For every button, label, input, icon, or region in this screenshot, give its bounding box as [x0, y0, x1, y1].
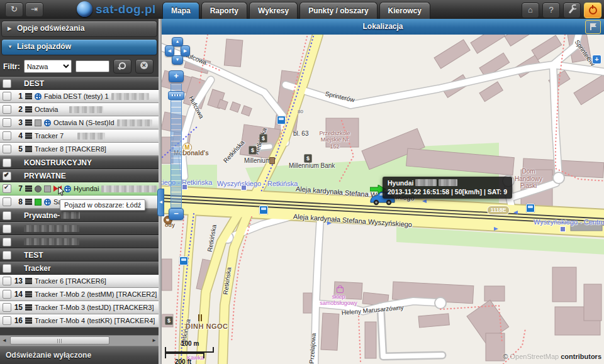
pan-right-icon[interactable]: ▶: [181, 45, 190, 57]
flag-button[interactable]: [585, 20, 601, 34]
scroll-left-icon[interactable]: ◄: [0, 336, 9, 346]
menu-icon[interactable]: [25, 93, 32, 94]
vehicle-row[interactable]: 16 Tracker T-Mob 4 (testKR) [TRACKER4]: [0, 314, 159, 328]
group-checkbox[interactable]: [3, 211, 11, 220]
zoom-slider-track[interactable]: [171, 84, 182, 208]
menu-icon[interactable]: [25, 185, 32, 187]
group-row-prywatne[interactable]: PRYWATNE: [0, 169, 159, 182]
group-row-redacted[interactable]: [0, 235, 159, 248]
pan-down-icon[interactable]: ▼: [172, 55, 183, 65]
menu-icon[interactable]: [25, 133, 32, 134]
vehicle-row[interactable]: 1 Fabia DEST (testy) 1: [0, 90, 159, 103]
refresh-icon[interactable]: ↻: [5, 3, 23, 17]
vehicle-name: Octavia: [35, 106, 58, 113]
bank-icon: $: [304, 154, 312, 163]
vehicle-checkbox[interactable]: [3, 118, 11, 127]
vehicle-checkbox[interactable]: [3, 131, 11, 140]
poi-label-dinh-ngoc: DINH NGOC: [186, 323, 228, 330]
clear-filter-button[interactable]: ✕: [135, 59, 154, 74]
vehicle-checkbox[interactable]: [3, 277, 11, 285]
horizontal-scrollbar[interactable]: ◄ ►: [0, 335, 159, 346]
tab-raporty[interactable]: Raporty: [201, 2, 247, 19]
vehicle-number: 8: [14, 197, 23, 206]
vehicle-number: 15: [14, 303, 23, 312]
menu-icon[interactable]: [25, 119, 32, 121]
group-checkbox[interactable]: [3, 224, 11, 233]
group-label: DEST: [24, 79, 44, 88]
zoom-slider-handle[interactable]: [168, 91, 184, 100]
vehicle-name: Tracker T-Mob 3 (testJD) [TRACKER3]: [35, 304, 154, 311]
collapse-panel-icon[interactable]: ⇥: [25, 3, 43, 17]
vehicle-checkbox[interactable]: [3, 316, 11, 325]
group-checkbox[interactable]: [3, 172, 11, 180]
vehicle-name: Tracker 7: [35, 132, 64, 140]
vehicle-checkbox[interactable]: [3, 92, 11, 101]
vehicle-checkbox[interactable]: [3, 145, 11, 153]
topbar-right-buttons: ⌂ ?: [522, 3, 601, 18]
chevron-down-icon: ▼: [8, 40, 13, 55]
vehicle-row[interactable]: 14 Tracker T-Mob 2 (testMM) [TRACKER2]: [0, 288, 159, 301]
vehicle-row[interactable]: 3 Octavia N (S-test)Id: [0, 116, 159, 130]
search-button[interactable]: [113, 59, 131, 74]
panel-vehicle-list[interactable]: ▼ Lista pojazdów: [1, 39, 157, 55]
group-row-konstrukcyjny[interactable]: KONSTRUKCYJNY: [0, 156, 159, 169]
globe-logo-icon: [77, 1, 92, 17]
poi-label-przedszkole: Przedszkole Miejskie Nr 152: [315, 130, 354, 150]
vehicle-checkbox[interactable]: [3, 197, 11, 206]
sidebar-collapse-handle[interactable]: ◀: [157, 189, 164, 216]
zone-globe-icon[interactable]: [44, 199, 51, 206]
power-button[interactable]: [584, 3, 601, 18]
vehicle-checkbox[interactable]: [3, 290, 11, 299]
map-canvas[interactable]: Hufcowa Hufcowa Retkińska Retkińska Retk…: [162, 35, 604, 364]
tab-punkty-obszary[interactable]: Punkty / obszary: [299, 2, 377, 19]
filter-type-select[interactable]: Nazwa: [24, 60, 72, 73]
vehicle-checkbox[interactable]: [3, 105, 11, 114]
panel-refresh-options[interactable]: ▶ Opcje odświeżania: [1, 21, 157, 37]
vehicle-checkbox[interactable]: [3, 184, 11, 193]
home-button[interactable]: ⌂: [522, 3, 539, 18]
group-row-prywatne2[interactable]: Prywatne-: [0, 209, 159, 222]
zoom-in-button[interactable]: +: [169, 70, 184, 82]
vehicle-row[interactable]: 15 Tracker T-Mob 3 (testJD) [TRACKER3]: [0, 301, 159, 314]
settings-button[interactable]: [563, 3, 581, 18]
menu-icon[interactable]: [25, 304, 32, 306]
scrollbar-thumb[interactable]: [10, 336, 109, 345]
vehicle-row[interactable]: 13 Tracker 6 [TRACKER6]: [0, 275, 159, 288]
filter-search-input[interactable]: [76, 60, 109, 72]
vehicle-row[interactable]: 2 Octavia: [0, 103, 159, 116]
zoom-out-button[interactable]: −: [169, 208, 184, 220]
group-checkbox[interactable]: [3, 238, 11, 246]
group-row-tracker[interactable]: Tracker: [0, 262, 159, 275]
group-checkbox[interactable]: [3, 158, 11, 167]
menu-icon[interactable]: [25, 146, 32, 147]
group-row-test[interactable]: TEST: [0, 248, 159, 262]
scale-metric-label: 100 m: [165, 340, 214, 347]
menu-icon[interactable]: [25, 106, 32, 108]
zone-globe-icon[interactable]: [44, 119, 51, 126]
tab-kierowcy[interactable]: Kierowcy: [379, 2, 430, 19]
vehicle-number: 16: [14, 316, 23, 325]
mcdonalds-icon: M: [182, 143, 192, 152]
group-row-dest[interactable]: DEST: [0, 77, 159, 90]
group-checkbox[interactable]: [3, 264, 11, 273]
tab-wykresy[interactable]: Wykresy: [249, 2, 298, 19]
tab-mapa[interactable]: Mapa: [162, 2, 199, 19]
vehicle-row[interactable]: 4 Tracker 7: [0, 130, 159, 143]
help-button[interactable]: ?: [542, 3, 560, 18]
vehicle-row-selected[interactable]: 7 Hyundai: [0, 182, 159, 196]
menu-icon[interactable]: [25, 278, 32, 279]
status-circle-icon: [35, 185, 42, 192]
menu-icon[interactable]: [25, 317, 32, 319]
attribution-suffix: contributors: [561, 353, 601, 360]
vehicle-checkbox[interactable]: [3, 303, 11, 312]
menu-icon[interactable]: [25, 291, 32, 292]
group-row-redacted[interactable]: [0, 222, 159, 235]
vehicle-number: 7: [14, 184, 23, 193]
zone-globe-icon[interactable]: [35, 93, 42, 100]
scroll-right-icon[interactable]: ►: [150, 336, 159, 346]
group-checkbox[interactable]: [3, 251, 11, 260]
vehicle-row[interactable]: 5 Tracker 8 [TRACKER8]: [0, 143, 159, 156]
scale-metric-bar: [165, 347, 214, 353]
group-checkbox[interactable]: [3, 79, 11, 88]
menu-icon[interactable]: [25, 199, 32, 200]
